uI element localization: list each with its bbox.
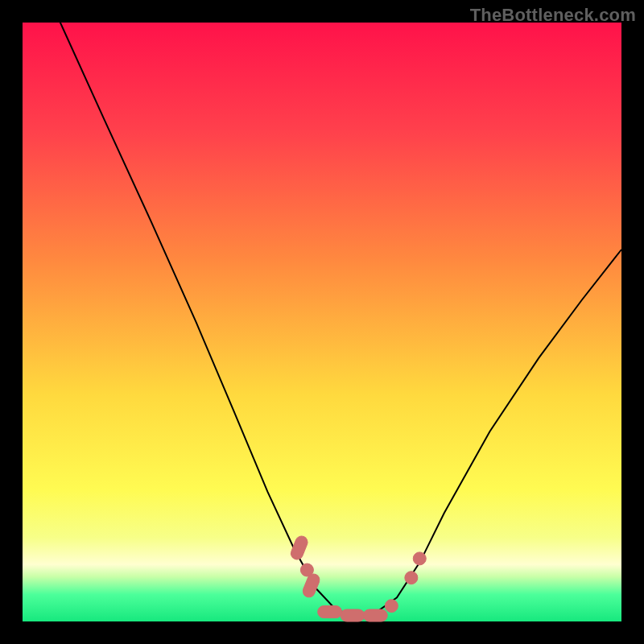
curve-marker: [341, 609, 365, 621]
plot-background: [23, 23, 621, 621]
curve-marker: [385, 600, 398, 613]
curve-marker: [318, 606, 342, 618]
chart-stage: TheBottleneck.com: [0, 0, 644, 644]
curve-marker: [363, 609, 387, 621]
watermark-text: TheBottleneck.com: [470, 5, 636, 26]
bottleneck-chart: [0, 0, 644, 644]
curve-marker: [413, 552, 426, 565]
curve-marker: [405, 572, 418, 584]
